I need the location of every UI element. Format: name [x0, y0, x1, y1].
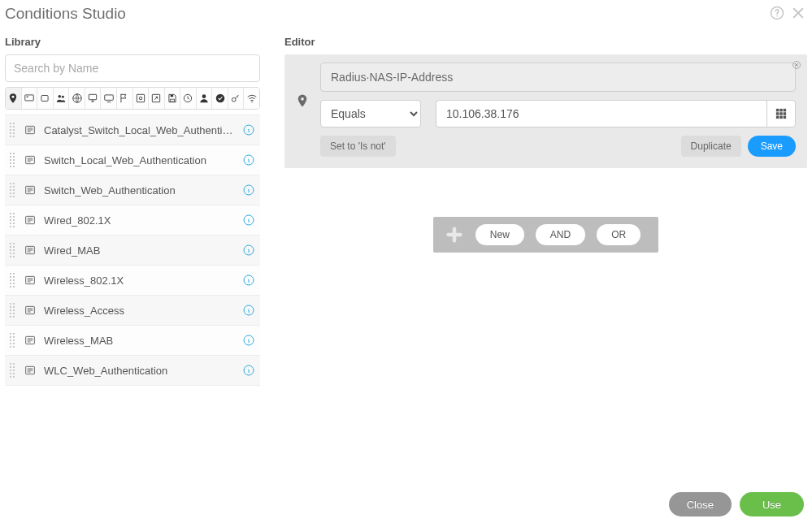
- library-list: Catalyst_Switch_Local_Web_Authentication…: [5, 115, 260, 386]
- new-button[interactable]: New: [475, 224, 524, 245]
- svg-rect-48: [779, 116, 783, 119]
- editor-heading: Editor: [284, 28, 807, 54]
- drag-handle-icon[interactable]: [10, 213, 16, 227]
- close-button[interactable]: Close: [669, 492, 732, 517]
- filter-flag-icon[interactable]: [117, 88, 133, 109]
- filter-external-icon[interactable]: [149, 88, 165, 109]
- save-button[interactable]: Save: [748, 136, 796, 157]
- svg-rect-14: [171, 99, 175, 102]
- library-item[interactable]: Catalyst_Switch_Local_Web_Authentication: [5, 115, 260, 145]
- search-input[interactable]: [5, 54, 260, 82]
- library-item[interactable]: Wired_802.1X: [5, 205, 260, 236]
- info-icon[interactable]: [242, 364, 255, 377]
- library-item-label: Wired_MAB: [44, 244, 236, 257]
- condition-type-icon: [23, 273, 37, 287]
- filter-port-icon[interactable]: [37, 88, 54, 109]
- library-item[interactable]: Wireless_MAB: [5, 326, 260, 356]
- svg-rect-41: [776, 109, 779, 112]
- library-item[interactable]: Switch_Web_Authentication: [5, 175, 260, 205]
- condition-card: Radius·NAS-IP-Address Equals Set to 'Is …: [284, 54, 807, 168]
- drag-handle-icon[interactable]: [10, 123, 16, 137]
- library-item[interactable]: Switch_Local_Web_Authentication: [5, 145, 260, 175]
- remove-condition-icon[interactable]: [792, 59, 801, 71]
- close-icon[interactable]: [791, 6, 805, 23]
- library-item-label: WLC_Web_Authentication: [44, 365, 236, 377]
- info-icon[interactable]: [242, 184, 255, 197]
- drag-handle-icon[interactable]: [10, 153, 16, 167]
- library-item-label: Catalyst_Switch_Local_Web_Authentication: [44, 124, 236, 136]
- svg-point-6: [58, 95, 61, 98]
- library-item-label: Wireless_802.1X: [44, 274, 236, 287]
- set-is-not-button[interactable]: Set to 'Is not': [320, 136, 396, 157]
- location-icon: [295, 93, 310, 110]
- svg-rect-46: [784, 112, 787, 115]
- svg-rect-47: [776, 116, 779, 119]
- svg-rect-5: [41, 96, 48, 102]
- duplicate-button[interactable]: Duplicate: [681, 136, 741, 157]
- drag-handle-icon[interactable]: [10, 183, 16, 197]
- filter-key-icon[interactable]: [228, 88, 245, 109]
- info-icon[interactable]: [242, 304, 255, 317]
- info-icon[interactable]: [242, 274, 255, 287]
- info-icon[interactable]: [242, 153, 255, 166]
- help-icon[interactable]: [770, 6, 784, 23]
- filter-monitor-icon[interactable]: [101, 88, 117, 109]
- svg-point-18: [215, 94, 224, 103]
- svg-rect-43: [784, 109, 787, 112]
- condition-type-icon: [23, 183, 37, 197]
- use-button[interactable]: Use: [740, 492, 804, 517]
- attribute-field[interactable]: Radius·NAS-IP-Address: [320, 63, 796, 92]
- filter-time-icon[interactable]: [180, 88, 197, 109]
- filter-wifi-icon[interactable]: [244, 88, 259, 109]
- library-item-label: Wireless_MAB: [44, 335, 236, 347]
- svg-point-2: [12, 96, 15, 98]
- drag-handle-icon[interactable]: [10, 243, 16, 257]
- condition-type-icon: [23, 243, 37, 257]
- filter-check-icon[interactable]: [212, 88, 228, 109]
- operator-select[interactable]: Equals: [320, 100, 421, 128]
- svg-rect-42: [779, 109, 783, 112]
- and-button[interactable]: AND: [536, 224, 585, 245]
- library-item[interactable]: Wireless_Access: [5, 296, 260, 326]
- value-input[interactable]: [436, 100, 766, 128]
- drag-handle-icon[interactable]: [10, 363, 16, 378]
- condition-type-icon: [23, 333, 37, 348]
- filter-location-icon[interactable]: [6, 88, 22, 109]
- svg-rect-11: [137, 94, 144, 102]
- drag-handle-icon[interactable]: [10, 303, 16, 318]
- add-condition-strip: New AND OR: [433, 217, 658, 253]
- plus-icon: [445, 225, 464, 244]
- filter-device-icon[interactable]: [22, 88, 38, 109]
- condition-type-icon: [23, 363, 37, 378]
- or-button[interactable]: OR: [597, 224, 640, 245]
- svg-rect-49: [784, 116, 787, 119]
- info-icon[interactable]: [242, 244, 255, 257]
- info-icon[interactable]: [242, 214, 255, 227]
- drag-handle-icon[interactable]: [10, 273, 16, 287]
- condition-type-icon: [23, 153, 37, 167]
- svg-rect-44: [776, 112, 779, 115]
- filter-cert-icon[interactable]: [133, 88, 150, 109]
- condition-type-icon: [23, 213, 37, 227]
- filter-endpoint-icon[interactable]: [85, 88, 102, 109]
- svg-rect-15: [171, 95, 174, 97]
- svg-rect-9: [89, 94, 96, 99]
- filter-network-icon[interactable]: [69, 88, 85, 109]
- filter-identitygroup-icon[interactable]: [54, 88, 70, 109]
- condition-type-icon: [23, 303, 37, 318]
- svg-point-20: [251, 102, 252, 102]
- drag-handle-icon[interactable]: [10, 333, 16, 348]
- info-icon[interactable]: [242, 123, 255, 136]
- library-item-label: Switch_Local_Web_Authentication: [44, 154, 236, 166]
- value-picker-icon[interactable]: [766, 100, 796, 128]
- svg-point-7: [62, 96, 64, 98]
- filter-save-icon[interactable]: [165, 88, 181, 109]
- filter-user-icon[interactable]: [197, 88, 213, 109]
- filter-strip: [5, 87, 260, 110]
- info-icon[interactable]: [242, 334, 255, 347]
- svg-rect-45: [779, 112, 783, 115]
- library-item[interactable]: Wireless_802.1X: [5, 266, 260, 296]
- svg-point-17: [202, 94, 206, 98]
- library-item[interactable]: Wired_MAB: [5, 236, 260, 266]
- library-item[interactable]: WLC_Web_Authentication: [5, 356, 260, 386]
